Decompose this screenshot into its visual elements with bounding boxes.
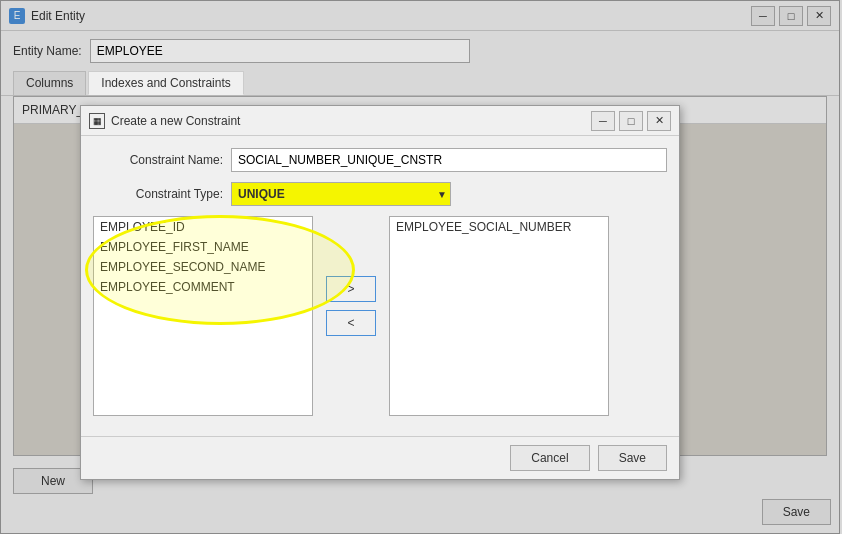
selected-columns-list[interactable]: EMPLOYEE_SOCIAL_NUMBER (389, 216, 609, 416)
list-item[interactable]: EMPLOYEE_COMMENT (94, 277, 312, 297)
modal-title-bar: ▦ Create a new Constraint ─ □ ✕ (81, 106, 679, 136)
modal-minimize-button[interactable]: ─ (591, 111, 615, 131)
constraint-name-row: Constraint Name: (93, 148, 667, 172)
list-item[interactable]: EMPLOYEE_ID (94, 217, 312, 237)
list-item[interactable]: EMPLOYEE_FIRST_NAME (94, 237, 312, 257)
move-left-button[interactable]: < (326, 310, 376, 336)
lists-area: EMPLOYEE_ID EMPLOYEE_FIRST_NAME EMPLOYEE… (93, 216, 667, 416)
save-button[interactable]: Save (598, 445, 667, 471)
constraint-type-row: Constraint Type: UNIQUECHECKPRIMARY KEYF… (93, 182, 667, 206)
modal-maximize-button[interactable]: □ (619, 111, 643, 131)
constraint-name-input[interactable] (231, 148, 667, 172)
list-item[interactable]: EMPLOYEE_SOCIAL_NUMBER (390, 217, 608, 237)
cancel-button[interactable]: Cancel (510, 445, 589, 471)
list-item[interactable]: EMPLOYEE_SECOND_NAME (94, 257, 312, 277)
modal-title: Create a new Constraint (111, 114, 591, 128)
constraint-type-label: Constraint Type: (93, 187, 223, 201)
constraint-type-select[interactable]: UNIQUECHECKPRIMARY KEYFOREIGN KEY (231, 182, 451, 206)
constraint-name-label: Constraint Name: (93, 153, 223, 167)
modal-icon: ▦ (89, 113, 105, 129)
modal-close-button[interactable]: ✕ (647, 111, 671, 131)
move-right-button[interactable]: > (326, 276, 376, 302)
constraint-type-wrapper: UNIQUECHECKPRIMARY KEYFOREIGN KEY ▼ (231, 182, 451, 206)
modal-footer: Cancel Save (81, 436, 679, 479)
transfer-buttons: > < (321, 276, 381, 336)
modal-title-controls: ─ □ ✕ (591, 111, 671, 131)
create-constraint-dialog: ▦ Create a new Constraint ─ □ ✕ Constrai… (80, 105, 680, 480)
available-columns-list[interactable]: EMPLOYEE_ID EMPLOYEE_FIRST_NAME EMPLOYEE… (93, 216, 313, 416)
tab-indexes-and-constraints[interactable]: Indexes and Constraints (88, 71, 243, 95)
modal-content: Constraint Name: Constraint Type: UNIQUE… (81, 136, 679, 436)
